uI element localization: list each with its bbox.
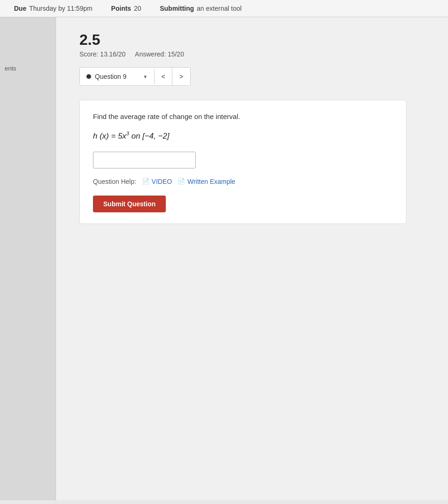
sidebar-text: ents [5, 65, 16, 72]
video-doc-icon: 📄 [142, 178, 149, 185]
points-info: Points 20 [111, 5, 141, 12]
question-box: Find the average rate of change on the i… [79, 100, 406, 224]
score-label: Score: [79, 50, 98, 58]
assignment-title: 2.5 [79, 31, 425, 49]
submitting-info: Submitting an external tool [160, 5, 242, 12]
top-bar: Due Thursday by 11:59pm Points 20 Submit… [0, 0, 448, 17]
score-value: 13.16/20 [100, 50, 126, 58]
written-example-link[interactable]: 📄 Written Example [178, 178, 235, 185]
main-layout: ents 2.5 Score: 13.16/20 Answered: 15/20… [0, 17, 448, 500]
submitting-value: an external tool [197, 5, 242, 12]
question-help: Question Help: 📄 VIDEO 📄 Written Example [93, 178, 393, 185]
video-link-text: VIDEO [152, 178, 172, 185]
due-info: Due Thursday by 11:59pm [14, 5, 92, 12]
due-value: Thursday by 11:59pm [29, 5, 92, 12]
submitting-label: Submitting [160, 5, 194, 12]
points-value: 20 [134, 5, 142, 12]
written-link-text: Written Example [187, 178, 235, 185]
answer-input[interactable] [93, 152, 196, 168]
answered-value: 15/20 [168, 50, 184, 58]
score-label-text: Score: 13.16/20 [79, 50, 126, 58]
question-selector-label: Question 9 [95, 73, 127, 80]
answered-label: Answered: [135, 50, 166, 58]
question-help-label: Question Help: [93, 178, 136, 185]
prev-question-button[interactable]: < [155, 68, 172, 85]
dropdown-arrow-icon: ▼ [143, 74, 148, 79]
video-help-link[interactable]: 📄 VIDEO [142, 178, 172, 185]
next-question-button[interactable]: > [172, 68, 190, 85]
question-nav: Question 9 ▼ < > [79, 67, 191, 86]
sidebar: ents [0, 17, 56, 500]
due-label: Due [14, 5, 26, 12]
answered-label-text: Answered: 15/20 [135, 50, 184, 58]
question-status-dot [86, 74, 91, 79]
math-formula: h (x) = 5x3 on [−4, −2] [93, 130, 393, 142]
question-selector[interactable]: Question 9 ▼ [80, 69, 155, 84]
points-label: Points [111, 5, 131, 12]
score-line: Score: 13.16/20 Answered: 15/20 [79, 50, 425, 58]
written-doc-icon: 📄 [178, 178, 185, 185]
question-instruction: Find the average rate of change on the i… [93, 112, 393, 122]
submit-question-button[interactable]: Submit Question [93, 196, 166, 212]
content-area: 2.5 Score: 13.16/20 Answered: 15/20 Ques… [56, 17, 448, 500]
